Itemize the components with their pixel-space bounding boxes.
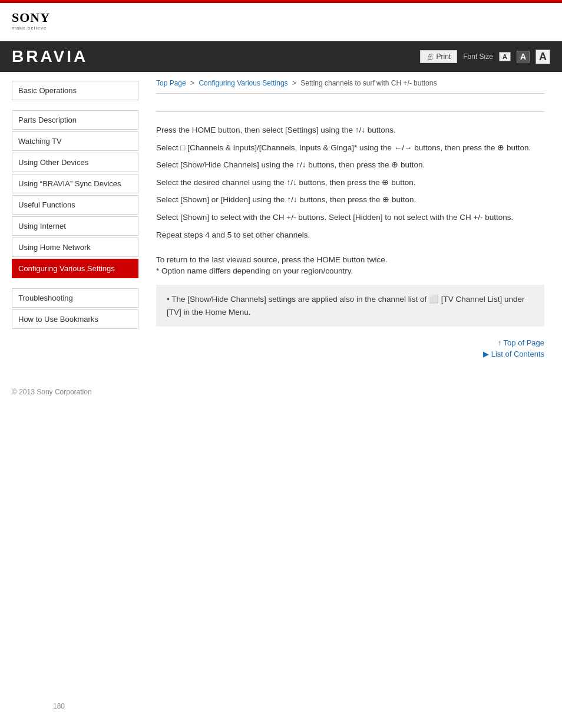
font-small-button[interactable]: A <box>499 52 511 61</box>
breadcrumb-top-page[interactable]: Top Page <box>156 79 186 87</box>
sidebar-item-useful-functions[interactable]: Useful Functions <box>12 195 138 215</box>
option-note: * Option name differs depending on your … <box>156 266 544 275</box>
step-4: Select the desired channel using the ↑/↓… <box>156 176 544 189</box>
top-bar: SONY make.believe <box>0 3 562 35</box>
main-layout: Basic Operations Parts Description Watch… <box>0 72 562 370</box>
breadcrumb-current: Setting channels to surf with CH +/- but… <box>300 79 437 87</box>
font-size-label: Font Size <box>463 52 493 61</box>
sidebar-item-watching-tv[interactable]: Watching TV <box>12 131 138 151</box>
page-footer: © 2013 Sony Corporation <box>0 382 562 402</box>
top-of-page-link[interactable]: ↑ Top of Page <box>498 338 544 347</box>
sidebar-item-parts-description[interactable]: Parts Description <box>12 110 138 130</box>
sidebar: Basic Operations Parts Description Watch… <box>0 72 144 370</box>
breadcrumb-sep1: > <box>190 79 194 87</box>
info-box-text: • The [Show/Hide Channels] settings are … <box>167 293 534 318</box>
sidebar-item-basic-operations[interactable]: Basic Operations <box>12 81 138 100</box>
sidebar-item-bookmarks[interactable]: How to Use Bookmarks <box>12 309 138 329</box>
step-6: Select [Shown] to select with the CH +/-… <box>156 211 544 224</box>
print-icon: 🖨 <box>427 52 434 61</box>
list-of-contents-link[interactable]: ▶ List of Contents <box>483 350 544 358</box>
banner-controls: 🖨 Print Font Size A A A <box>420 50 550 64</box>
step-1: Press the HOME button, then select [Sett… <box>156 124 544 137</box>
step-2: Select □ [Channels & Inputs]/[Channels, … <box>156 141 544 154</box>
sony-tagline: make.believe <box>12 25 47 31</box>
font-medium-button[interactable]: A <box>517 51 530 62</box>
breadcrumb-configuring[interactable]: Configuring Various Settings <box>199 79 287 87</box>
page-number: 180 <box>53 702 65 710</box>
sidebar-divider-1 <box>12 102 138 110</box>
up-arrow-icon: ↑ <box>498 338 504 347</box>
step-3: Select [Show/Hide Channels] using the ↑/… <box>156 159 544 172</box>
sidebar-item-using-internet[interactable]: Using Internet <box>12 216 138 236</box>
footer-nav: ↑ Top of Page ▶ List of Contents <box>156 338 544 358</box>
list-of-contents-label: List of Contents <box>491 350 544 358</box>
sony-logo-text: SONY <box>12 10 50 25</box>
bravia-banner: BRAVIA 🖨 Print Font Size A A A <box>0 41 562 72</box>
step-7: Repeat steps 4 and 5 to set other channe… <box>156 229 544 242</box>
print-button[interactable]: 🖨 Print <box>420 50 458 63</box>
sidebar-item-bravia-sync[interactable]: Using “BRAVIA” Sync Devices <box>12 174 138 193</box>
content-body: Press the HOME button, then select [Sett… <box>156 118 544 252</box>
step-5: Select [Shown] or [Hidden] using the ↑/↓… <box>156 193 544 206</box>
info-box-content: The [Show/Hide Channels] settings are ap… <box>167 295 525 317</box>
bravia-title: BRAVIA <box>12 47 88 66</box>
divider-top <box>156 93 544 94</box>
print-label: Print <box>437 52 451 61</box>
bullet-icon: • <box>167 295 171 304</box>
breadcrumb-sep2: > <box>292 79 296 87</box>
sidebar-item-using-other-devices[interactable]: Using Other Devices <box>12 153 138 172</box>
breadcrumb: Top Page > Configuring Various Settings … <box>156 77 544 87</box>
return-note: To return to the last viewed source, pre… <box>156 255 544 264</box>
content-area: Top Page > Configuring Various Settings … <box>144 72 562 370</box>
top-of-page-label: Top of Page <box>504 338 544 347</box>
arrow-right-icon: ▶ <box>483 350 491 358</box>
sony-logo: SONY make.believe <box>12 10 50 31</box>
sidebar-item-configuring[interactable]: Configuring Various Settings <box>12 259 138 278</box>
font-large-button[interactable]: A <box>535 50 550 64</box>
info-box: • The [Show/Hide Channels] settings are … <box>156 285 544 327</box>
copyright-text: © 2013 Sony Corporation <box>12 388 92 396</box>
sidebar-item-troubleshooting[interactable]: Troubleshooting <box>12 288 138 308</box>
sidebar-item-home-network[interactable]: Using Home Network <box>12 238 138 257</box>
divider-top2 <box>156 111 544 112</box>
sidebar-divider-2 <box>12 280 138 288</box>
